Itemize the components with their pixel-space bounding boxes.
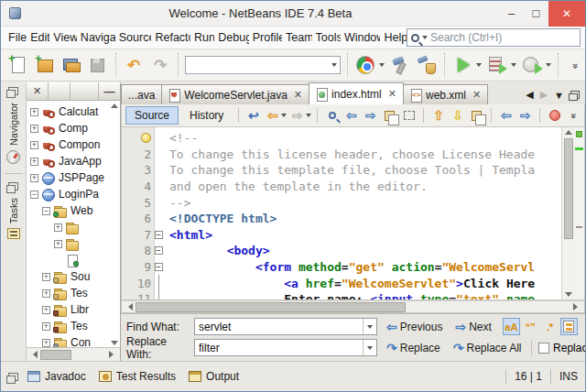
previous-occurrence-icon[interactable]: ⇦ [342,107,360,125]
menu-profile[interactable]: Profile [249,28,282,47]
fold-collapse-icon[interactable]: − [155,231,163,239]
status-tab-javadoc[interactable]: Javadoc [27,370,86,383]
tree-row[interactable]: +Sou [27,268,120,285]
build-project-icon[interactable] [389,54,411,76]
editor-tab-web-xml[interactable]: web.xml✕ [403,84,488,104]
new-project-icon[interactable] [34,54,56,76]
tab-close-icon[interactable]: ✕ [472,89,481,101]
scrollbar-thumb[interactable] [564,138,573,239]
forward-icon-dropdown[interactable] [306,114,311,117]
rectangular-selection-icon[interactable] [400,107,418,125]
tree-row[interactable]: +Tes [27,318,120,334]
toggle-highlight-icon[interactable] [381,107,398,125]
replace-combobox[interactable] [194,339,377,356]
minimize-button[interactable]: – [499,4,524,24]
find-combobox[interactable] [194,318,377,335]
menu-team[interactable]: Team [282,28,311,47]
tree-toggle-icon[interactable]: + [30,125,38,133]
status-tab-output[interactable]: Output [189,370,239,383]
profile-project-icon[interactable] [521,54,543,76]
scroll-up-icon[interactable] [565,130,572,135]
tree-toggle-icon[interactable]: + [30,141,38,149]
tree-toggle-icon[interactable]: + [30,158,38,166]
tree-row[interactable] [27,252,120,268]
tree-toggle-icon[interactable]: + [42,273,50,281]
open-project-icon[interactable] [60,54,82,76]
fold-collapse-icon[interactable]: − [155,246,163,255]
tree-toggle-icon[interactable]: + [42,322,50,331]
tree-row[interactable]: −Web [27,202,120,219]
tree-vertical-scrollbar[interactable] [109,103,120,347]
panel-minimize-button[interactable]: — [98,82,120,100]
sidebar-tab-tasks[interactable]: Tasks [7,180,20,245]
scroll-left-icon[interactable] [29,351,38,358]
previous-button[interactable]: ⇦ Previous [383,319,446,335]
code-editor-surface[interactable]: <!--2To change this license header, choo… [121,127,585,300]
panel-close-button[interactable]: ✕ [27,82,49,100]
next-bookmark-icon[interactable]: ⇩ [449,107,466,125]
tree-row[interactable]: +Compon [27,136,120,153]
scroll-down-icon[interactable] [565,292,572,297]
editor-overflow-icon[interactable]: » [565,107,582,125]
menu-tools[interactable]: Tools [312,28,341,47]
scrollbar-thumb[interactable] [136,302,406,312]
editor-tab-WelcomeServlet-java[interactable]: WelcomeServlet.java✕ [161,84,309,104]
configuration-combobox[interactable] [185,56,341,74]
new-file-icon[interactable] [7,54,29,76]
shift-right-icon[interactable]: ⇨ [516,107,534,125]
search-scope-dropdown-icon[interactable] [422,36,428,39]
highlight-results-toggle[interactable] [560,318,578,335]
tree-row[interactable]: +Con [27,334,120,347]
source-view-button[interactable]: Source [125,106,179,125]
browser-chrome-icon-dropdown[interactable] [379,63,385,67]
tree-toggle-icon[interactable]: + [42,339,50,347]
tree-toggle-icon[interactable]: + [54,223,62,232]
editor-tab--ava[interactable]: ...ava [121,84,162,104]
run-project-icon[interactable] [451,54,473,76]
tree-row[interactable]: +JSPPage [27,169,120,186]
replace-input[interactable] [195,342,363,354]
tree-toggle-icon[interactable]: + [42,306,50,314]
debug-project-icon[interactable] [486,54,508,76]
tree-row[interactable]: + [27,219,120,235]
editor-tab-index-html[interactable]: index.html✕ [309,82,404,104]
scroll-left-icon[interactable] [125,303,133,310]
tree-toggle-icon[interactable]: + [54,240,62,248]
back-icon-dropdown[interactable] [281,114,287,117]
tree-row[interactable]: +JavaApp [27,153,120,169]
back-icon[interactable]: ⇦ [264,107,281,125]
menu-file[interactable]: File [5,28,27,47]
tree-row[interactable]: +Tes [27,285,120,301]
tree-row[interactable]: +Libr [27,301,120,318]
scroll-tabs-right-icon[interactable]: ▶ [540,89,548,101]
tree-toggle-icon[interactable]: + [42,289,50,298]
maximize-button[interactable]: □ [524,4,548,24]
scroll-right-icon[interactable] [573,303,581,310]
clean-build-icon[interactable] [416,54,438,76]
tab-close-icon[interactable]: ✕ [388,88,396,100]
dock-icon[interactable] [8,182,18,191]
regex-toggle[interactable]: .* [541,318,559,335]
editor-vertical-scrollbar[interactable] [561,127,574,299]
tree-horizontal-scrollbar[interactable] [27,347,120,361]
tree-toggle-icon[interactable]: − [30,191,38,199]
toolbar-overflow-icon[interactable]: » [565,54,586,76]
history-view-button[interactable]: History [180,106,233,125]
undo-icon[interactable]: ↶ [123,54,145,76]
menu-window[interactable]: Window [341,28,381,47]
scrollbar-thumb[interactable] [40,350,71,360]
toggle-bookmark-icon[interactable] [468,107,485,125]
menu-run[interactable]: Run [190,28,214,47]
profile-project-icon-dropdown[interactable] [546,63,551,67]
save-all-icon[interactable] [87,54,109,76]
menu-debug[interactable]: Debug [214,28,248,47]
menu-navigat[interactable]: Navigat [77,28,115,47]
dock-window-icon[interactable] [8,373,18,381]
replace-button[interactable]: ↷ Replace [383,340,444,356]
tree-toggle-icon[interactable]: + [30,174,38,182]
scroll-up-icon[interactable] [111,103,118,108]
tab-list-dropdown-icon[interactable]: ▼ [554,90,564,101]
fold-collapse-icon[interactable]: − [155,263,163,271]
maximize-editor-icon[interactable] [570,91,580,99]
combo-arrow-icon[interactable] [331,63,337,67]
